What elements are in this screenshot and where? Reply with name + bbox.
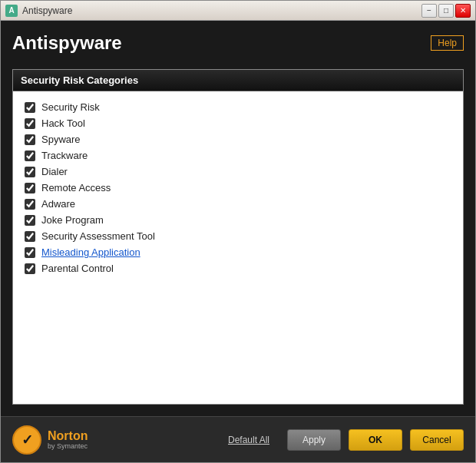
category-checkbox-9[interactable] bbox=[25, 247, 35, 258]
category-item: Trackware bbox=[25, 147, 451, 164]
category-item: Security Assessment Tool bbox=[25, 228, 451, 244]
category-item: Spyware bbox=[25, 131, 451, 147]
category-checkbox-10[interactable] bbox=[25, 263, 35, 274]
category-item: Security Risk bbox=[25, 99, 451, 115]
norton-circle-icon: ✓ bbox=[12, 425, 41, 455]
norton-name: Norton bbox=[48, 429, 88, 443]
category-label-7: Joke Program bbox=[41, 214, 104, 226]
category-label-1: Hack Tool bbox=[41, 117, 85, 129]
category-checkbox-5[interactable] bbox=[25, 183, 35, 193]
category-checkbox-4[interactable] bbox=[25, 167, 35, 177]
categories-list: Security RiskHack ToolSpywareTrackwareDi… bbox=[13, 91, 463, 404]
header-section: Antispyware Help bbox=[12, 32, 464, 54]
main-window: A Antispyware − □ ✕ Antispyware Help Sec… bbox=[0, 0, 476, 463]
norton-logo: ✓ Norton by Symantec bbox=[12, 425, 88, 455]
category-item: Joke Program bbox=[25, 212, 451, 228]
title-bar: A Antispyware − □ ✕ bbox=[1, 1, 475, 21]
category-label-6: Adware bbox=[41, 198, 75, 210]
category-checkbox-1[interactable] bbox=[25, 118, 35, 129]
main-content: Antispyware Help Security Risk Categorie… bbox=[1, 21, 475, 416]
apply-button[interactable]: Apply bbox=[287, 429, 341, 451]
norton-check-icon: ✓ bbox=[21, 432, 33, 448]
title-bar-controls: − □ ✕ bbox=[421, 4, 471, 18]
category-checkbox-7[interactable] bbox=[25, 215, 35, 226]
category-item: Misleading Application bbox=[25, 244, 451, 260]
norton-text: Norton by Symantec bbox=[48, 429, 88, 451]
category-item: Hack Tool bbox=[25, 115, 451, 131]
category-label-3: Trackware bbox=[41, 150, 88, 161]
category-label-8: Security Assessment Tool bbox=[41, 230, 155, 242]
footer: ✓ Norton by Symantec Default All Apply O… bbox=[1, 416, 475, 462]
category-checkbox-3[interactable] bbox=[25, 150, 35, 161]
category-label-10: Parental Control bbox=[41, 263, 114, 274]
categories-container: Security Risk Categories Security RiskHa… bbox=[12, 69, 464, 405]
categories-header: Security Risk Categories bbox=[13, 70, 463, 91]
cancel-button[interactable]: Cancel bbox=[410, 429, 464, 451]
category-item: Dialer bbox=[25, 164, 451, 180]
category-checkbox-0[interactable] bbox=[25, 102, 35, 113]
category-checkbox-6[interactable] bbox=[25, 199, 35, 210]
maximize-button[interactable]: □ bbox=[438, 4, 454, 18]
ok-button[interactable]: OK bbox=[349, 429, 402, 451]
category-item: Remote Access bbox=[25, 180, 451, 196]
close-button[interactable]: ✕ bbox=[455, 4, 471, 18]
default-all-button[interactable]: Default All bbox=[218, 429, 279, 451]
help-button[interactable]: Help bbox=[431, 35, 464, 51]
app-icon: A bbox=[5, 5, 18, 17]
app-title: Antispyware bbox=[12, 32, 122, 54]
category-item: Adware bbox=[25, 196, 451, 212]
minimize-button[interactable]: − bbox=[421, 4, 437, 18]
title-bar-text: Antispyware bbox=[22, 5, 421, 16]
category-label-5: Remote Access bbox=[41, 182, 111, 193]
category-label-9: Misleading Application bbox=[41, 246, 140, 258]
category-checkbox-2[interactable] bbox=[25, 134, 35, 145]
category-item: Parental Control bbox=[25, 260, 451, 276]
category-label-4: Dialer bbox=[41, 166, 68, 177]
category-checkbox-8[interactable] bbox=[25, 231, 35, 242]
category-label-2: Spyware bbox=[41, 134, 81, 145]
norton-sub: by Symantec bbox=[48, 442, 88, 450]
category-label-0: Security Risk bbox=[41, 101, 100, 113]
